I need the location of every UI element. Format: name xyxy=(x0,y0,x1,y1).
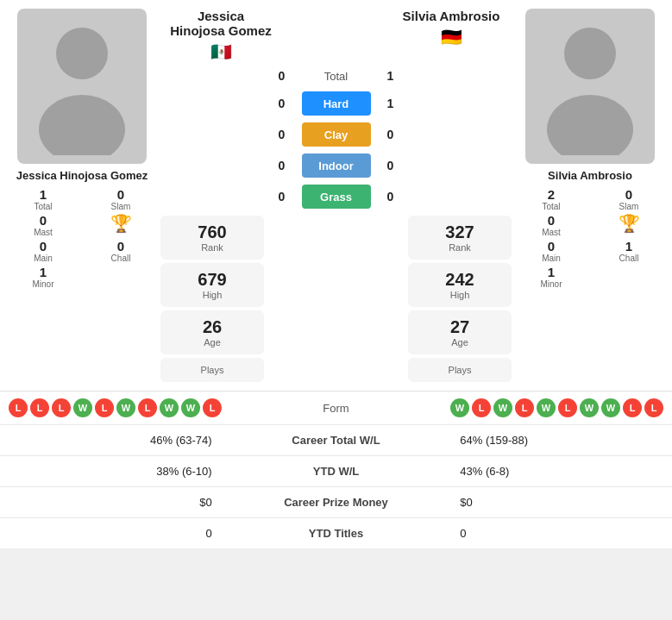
player2-header: Silvia Ambrosio 🇩🇪 xyxy=(399,9,503,47)
player1-mast-label: Mast xyxy=(34,228,53,237)
player1-age-value: 26 xyxy=(203,317,222,337)
player1-minor-value: 1 xyxy=(40,265,47,279)
form-badge: L xyxy=(138,398,157,417)
player1-total-label: Total xyxy=(34,202,52,211)
table-cell-left: $0 xyxy=(0,487,224,518)
player2-high-label: High xyxy=(450,290,470,300)
player2-main-value: 0 xyxy=(548,239,555,254)
player2-avatar xyxy=(525,9,655,164)
player1-main-cell: 0 Main xyxy=(9,239,78,263)
player1-main-label: Main xyxy=(34,254,53,263)
hard-badge: Hard xyxy=(302,91,371,116)
player2-rank-value: 327 xyxy=(445,222,474,242)
player1-mast-cell: 0 Mast xyxy=(9,213,78,237)
player2-total-cell: 2 Total xyxy=(517,187,586,211)
form-badge: L xyxy=(623,398,642,417)
table-cell-left: 38% (6-10) xyxy=(0,456,224,487)
table-cell-label: Career Prize Money xyxy=(224,487,449,518)
table-cell-label: Career Total W/L xyxy=(224,425,449,456)
player2-plays-box: Plays xyxy=(408,358,512,382)
table-cell-left: 0 xyxy=(0,518,224,549)
hard-score-right: 1 xyxy=(378,97,404,110)
player2-high-box: 242 High xyxy=(408,263,512,307)
player1-high-label: High xyxy=(203,290,223,300)
player2-minor-label: Minor xyxy=(540,279,562,289)
form-badge: L xyxy=(30,398,49,417)
form-badge: W xyxy=(450,398,469,417)
player2-mast-value: 0 xyxy=(548,213,555,228)
indoor-score-right: 0 xyxy=(378,159,404,172)
svg-point-0 xyxy=(56,28,108,79)
player1-chall-label: Chall xyxy=(111,254,131,263)
grass-score-left: 0 xyxy=(269,190,295,204)
player2-slam-cell: 0 Slam xyxy=(594,187,663,211)
form-badge: L xyxy=(472,398,491,417)
form-badge: L xyxy=(644,398,663,417)
player1-total-cell: 1 Total xyxy=(9,187,78,211)
svg-point-3 xyxy=(547,95,633,155)
form-row: LLLWLWLWWL Form WLWLWLWWLL xyxy=(9,398,663,417)
table-cell-right: 0 xyxy=(448,518,672,549)
player2-age-value: 27 xyxy=(450,317,469,337)
form-badge: L xyxy=(558,398,577,417)
hard-score-left: 0 xyxy=(269,97,295,110)
table-cell-right: 43% (6-8) xyxy=(448,456,672,487)
player-headers: Jessica Hinojosa Gomez 🇲🇽 Silvia Ambrosi… xyxy=(160,9,512,62)
player2-chall-value: 1 xyxy=(625,239,632,254)
player1-minor-label: Minor xyxy=(32,279,53,289)
stat-boxes: 760 Rank 679 High 26 Age Plays xyxy=(160,216,512,382)
clay-badge: Clay xyxy=(302,122,371,147)
table-cell-right: 64% (159-88) xyxy=(448,425,672,456)
player1-stats: 1 Total 0 Slam 0 Mast 🏆 0 Main xyxy=(9,187,155,289)
player2-header-name: Silvia Ambrosio xyxy=(403,9,500,23)
grass-row: 0 Grass 0 xyxy=(160,181,512,212)
player1-avatar xyxy=(17,9,147,164)
player1-mast-value: 0 xyxy=(40,213,47,228)
clay-score-right: 0 xyxy=(378,128,404,141)
player1-name: Jessica Hinojosa Gomez xyxy=(16,169,148,182)
player2-total-label: Total xyxy=(542,202,560,211)
form-badge: L xyxy=(52,398,71,417)
player2-minor-value: 1 xyxy=(548,265,555,279)
player2-card: Silvia Ambrosio 2 Total 0 Slam 0 Mast 🏆 xyxy=(517,9,663,382)
player1-card: Jessica Hinojosa Gomez 1 Total 0 Slam 0 … xyxy=(9,9,155,382)
indoor-row: 0 Indoor 0 xyxy=(160,150,512,181)
indoor-score-left: 0 xyxy=(269,159,295,172)
form-badge: W xyxy=(537,398,556,417)
player2-form-badges: WLWLWLWWLL xyxy=(450,398,663,417)
player2-main-cell: 0 Main xyxy=(517,239,586,263)
player2-slam-label: Slam xyxy=(619,202,639,211)
form-badge: L xyxy=(515,398,534,417)
form-badge: W xyxy=(493,398,512,417)
form-badge: W xyxy=(580,398,599,417)
player1-header-name: Jessica Hinojosa Gomez xyxy=(169,9,273,38)
clay-row: 0 Clay 0 xyxy=(160,119,512,150)
table-cell-label: YTD Titles xyxy=(224,518,449,549)
stats-table: 46% (63-74)Career Total W/L64% (159-88)3… xyxy=(0,424,672,548)
hard-row: 0 Hard 1 xyxy=(160,88,512,119)
form-badge: W xyxy=(181,398,200,417)
player2-trophy-cell: 🏆 xyxy=(594,213,663,237)
player1-trophy-cell: 🏆 xyxy=(86,213,155,237)
svg-point-1 xyxy=(39,95,125,155)
player1-minor-cell: 1 Minor xyxy=(9,265,78,289)
main-container: Jessica Hinojosa Gomez 1 Total 0 Slam 0 … xyxy=(0,0,672,548)
player1-slam-cell: 0 Slam xyxy=(86,187,155,211)
player1-rank-box: 760 Rank xyxy=(160,216,264,260)
trophy-icon: 🏆 xyxy=(110,213,132,234)
indoor-badge: Indoor xyxy=(302,153,371,178)
player2-age-label: Age xyxy=(451,337,468,348)
player2-name: Silvia Ambrosio xyxy=(548,169,632,182)
player1-age-box: 26 Age xyxy=(160,310,264,354)
player2-age-box: 27 Age xyxy=(408,310,512,354)
table-row: $0Career Prize Money$0 xyxy=(0,487,672,518)
table-cell-label: YTD W/L xyxy=(224,456,449,487)
player1-high-box: 679 High xyxy=(160,263,264,307)
middle-section: Jessica Hinojosa Gomez 🇲🇽 Silvia Ambrosi… xyxy=(160,9,512,382)
player2-plays-label: Plays xyxy=(449,365,472,375)
player1-main-value: 0 xyxy=(40,239,47,254)
player2-rank-box: 327 Rank xyxy=(408,216,512,260)
player1-chall-value: 0 xyxy=(117,239,124,254)
total-score-right: 1 xyxy=(378,69,404,83)
player2-slam-value: 0 xyxy=(625,187,632,202)
